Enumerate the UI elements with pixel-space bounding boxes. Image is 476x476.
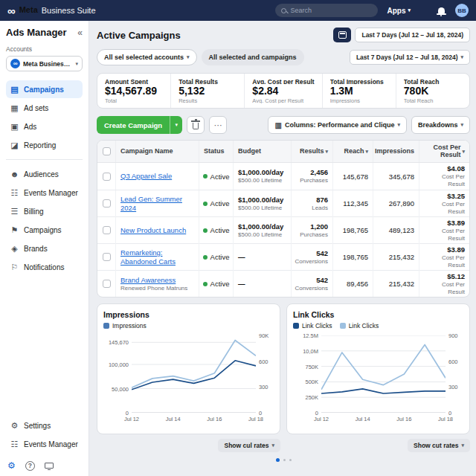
stat-total-impressions: Total Impressions 1.3M Impressions <box>322 74 396 108</box>
divider <box>6 159 83 160</box>
chevron-down-icon[interactable]: ▾ <box>170 116 182 134</box>
date-range-filter-button[interactable]: Last 7 Days (Jul 12 – Jul 18, 2024) ▾ <box>350 50 470 65</box>
chart-title: Link Clicks <box>293 310 463 319</box>
nav-item-icon: ☰ <box>10 207 19 216</box>
checkbox-icon[interactable] <box>103 173 111 181</box>
sidebar-nav-item[interactable]: ☷ Events Manager <box>6 184 83 202</box>
nav-item-icon: ☷ <box>10 440 19 449</box>
show-rates-button[interactable]: Show cut rates ▾ <box>408 439 470 452</box>
campaigns-filter-pill[interactable]: All selected and campaigns <box>202 49 304 65</box>
pagination-dot[interactable] <box>283 459 286 461</box>
checkbox-icon[interactable] <box>103 199 111 208</box>
budget-value: $1,000.00/day <box>238 222 286 231</box>
nav-item-icon: ⚐ <box>10 263 19 272</box>
row-checkbox[interactable] <box>97 244 115 271</box>
legend-label: Impressions <box>112 322 147 329</box>
nav-item-label: Events Manager <box>24 440 78 448</box>
campaign-name-link[interactable]: Brand Awareness <box>120 276 194 285</box>
sidebar: Ads Manager « Accounts ∞ Meta Business..… <box>0 21 89 476</box>
trash-icon <box>193 123 199 129</box>
chart-title: Impressions <box>103 310 274 319</box>
row-checkbox[interactable] <box>97 163 115 190</box>
calendar-button[interactable] <box>333 28 351 42</box>
y-axis-left-labels: 12.5M10,0M750K500K250K0 <box>293 335 321 413</box>
checkbox-icon[interactable] <box>103 253 111 261</box>
sidebar-nav-item[interactable]: ☻ Audiences <box>6 165 83 183</box>
cpr-label: Cost Per Result <box>424 281 465 296</box>
sidebar-nav-item[interactable]: ▣ Ads <box>6 118 83 135</box>
sidebar-nav-item[interactable]: ◈ Brands <box>6 239 83 257</box>
campaign-name-link[interactable]: Q3 Apparel Sale <box>120 172 194 181</box>
nav-item-icon: ▦ <box>10 103 19 113</box>
create-campaign-label[interactable]: Create Campaign <box>97 116 170 134</box>
budget-lifetime: $500.00 Lifetime <box>238 177 286 184</box>
apps-menu[interactable]: Apps ▾ <box>387 7 411 15</box>
sidebar-nav-item[interactable]: ⚑ Campaigns <box>6 221 83 239</box>
column-header-results[interactable]: Results▾ <box>291 141 332 162</box>
pagination-dots[interactable] <box>97 458 470 462</box>
cost-per-result-cell: $5.12 Cost Per Result <box>419 271 469 298</box>
search-icon <box>281 8 286 13</box>
more-options-button[interactable]: ⋯ <box>209 116 227 134</box>
avatar[interactable]: BB <box>455 4 469 17</box>
sidebar-nav-item[interactable]: ☰ Billing <box>6 202 83 220</box>
sidebar-nav-item[interactable]: ◪ Reporting <box>6 136 83 154</box>
column-header-reach[interactable]: Reach▾ <box>332 141 373 162</box>
column-header-campaign-name: Campaign Name <box>115 141 199 162</box>
sidebar-nav-item[interactable]: ⚐ Notifications <box>6 258 83 276</box>
campaign-name-cell: Remarketing: Abandoned Carts <box>115 244 199 271</box>
sort-caret-icon: ▾ <box>462 149 465 155</box>
show-rates-button[interactable]: Show cul rates ▾ <box>218 439 280 452</box>
budget-value: — <box>238 253 286 262</box>
results-value: 542 <box>316 276 328 285</box>
row-checkbox[interactable] <box>97 190 115 217</box>
pagination-dot-active[interactable] <box>276 458 280 462</box>
notifications-bell-icon[interactable] <box>436 5 446 16</box>
sidebar-nav-item[interactable]: ☷ Events Manager <box>6 435 83 453</box>
column-header-cost-per-result[interactable]: Cost Per Result▾ <box>419 141 469 162</box>
status-cell: Active <box>199 190 233 217</box>
settings-gear-icon[interactable]: ⚙ <box>7 460 16 471</box>
columns-dropdown[interactable]: ▥ Columns: Performance and Clique ▾ <box>268 116 407 134</box>
cpr-label: Cost Per Result <box>424 228 465 242</box>
budget-value: — <box>238 280 286 289</box>
collapse-sidebar-icon[interactable]: « <box>77 28 83 38</box>
nav-item-icon: ◪ <box>10 141 19 150</box>
accounts-filter-dropdown[interactable]: All sel selected accounts ▾ <box>97 49 197 65</box>
cpr-label: Cost Per Result <box>424 201 465 216</box>
checkbox-icon[interactable] <box>103 226 111 234</box>
campaign-name-link[interactable]: New Product Launch <box>120 226 194 235</box>
campaign-name-link[interactable]: Remarketing: Abandoned Carts <box>120 248 194 266</box>
select-all-checkbox[interactable] <box>97 141 115 162</box>
pagination-dot[interactable] <box>289 459 292 461</box>
date-range-button[interactable]: Last 7 Days (Jul 12 – Jul 18, 2024) <box>355 28 470 42</box>
row-checkbox[interactable] <box>97 271 115 298</box>
status-label: Active <box>210 173 230 181</box>
global-search[interactable] <box>275 4 378 17</box>
results-cell: 2,456 Purchases <box>291 163 332 190</box>
device-monitor-icon[interactable] <box>45 463 54 469</box>
nav-item-icon: ▣ <box>10 122 19 132</box>
cpr-label: Cost Per Result <box>424 254 465 269</box>
sidebar-nav-item[interactable]: ▤ Campaigns <box>6 80 83 98</box>
checkbox-icon[interactable] <box>103 280 111 288</box>
breakdowns-dropdown[interactable]: Breakdowns ▾ <box>411 116 470 134</box>
chart-legend: Link Clicks Link Clicks <box>293 322 463 329</box>
create-campaign-button[interactable]: Create Campaign ▾ <box>97 116 182 134</box>
sidebar-nav-item[interactable]: ⚙ Settings <box>6 416 83 434</box>
search-input[interactable] <box>290 7 372 14</box>
budget-cell: $1,000.00/day $500.00 Lifetime <box>233 163 291 190</box>
help-icon[interactable]: ? <box>25 461 35 471</box>
campaign-name-link[interactable]: Lead Gen: Summer 2024 <box>120 195 194 213</box>
delete-button[interactable] <box>187 116 205 134</box>
column-header-budget: Budget <box>233 141 291 162</box>
meta-business-suite-logo[interactable]: ∞ Meta Business Suite <box>7 5 96 16</box>
account-selector[interactable]: ∞ Meta Business... ▾ <box>6 56 83 71</box>
checkbox-icon[interactable] <box>103 147 111 155</box>
active-status-dot-icon <box>203 174 208 178</box>
row-checkbox[interactable] <box>97 217 115 244</box>
cpr-value: $5.12 <box>447 272 465 281</box>
app-grid-icon[interactable] <box>419 7 427 14</box>
date-range-label: Last 7 Days (Jul 12 – Jul 18, 2024) <box>361 31 463 39</box>
sidebar-nav-item[interactable]: ▦ Ad sets <box>6 99 83 117</box>
